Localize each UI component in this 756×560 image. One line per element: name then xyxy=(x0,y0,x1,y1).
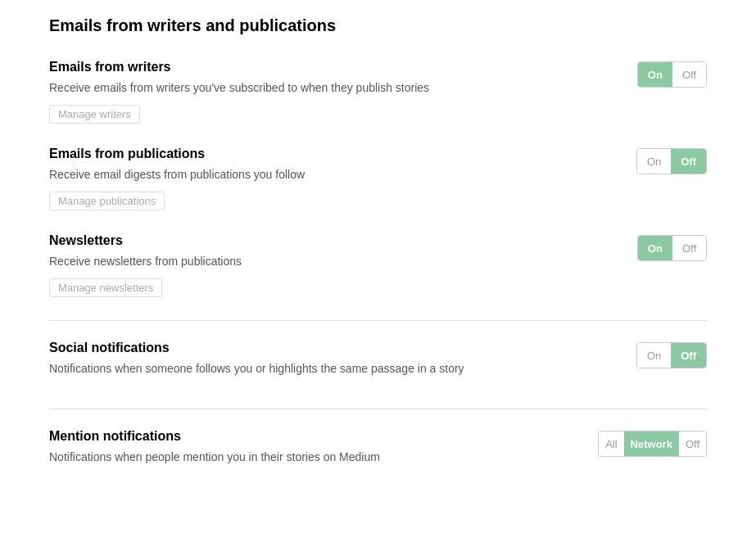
toggle-off-emails-from-publications[interactable]: Off xyxy=(671,149,706,174)
setting-desc-mention-notifications: Notifications when people mention you in… xyxy=(49,449,565,466)
manage-link-newsletters[interactable]: Manage newsletters xyxy=(49,278,162,297)
toggle-all-mention-notifications[interactable]: All xyxy=(599,431,623,456)
setting-emails-from-publications: Emails from publicationsReceive email di… xyxy=(49,147,707,210)
toggle-on-newsletters[interactable]: On xyxy=(638,236,672,260)
toggle-off-mention-notifications[interactable]: Off xyxy=(679,431,706,456)
setting-title-emails-from-publications: Emails from publications xyxy=(49,147,604,161)
toggle-off-newsletters[interactable]: Off xyxy=(672,236,706,260)
setting-title-social-notifications: Social notifications xyxy=(49,341,604,355)
toggle-newsletters: OnOff xyxy=(637,235,707,261)
setting-mention-notifications: Mention notificationsNotifications when … xyxy=(49,429,707,474)
setting-desc-emails-from-writers: Receive emails from writers you've subsc… xyxy=(49,79,604,97)
divider-2 xyxy=(49,409,707,409)
setting-newsletters: NewslettersReceive newsletters from publ… xyxy=(49,233,707,297)
toggle-network-mention-notifications[interactable]: Network xyxy=(624,431,679,456)
setting-title-emails-from-writers: Emails from writers xyxy=(49,60,604,75)
toggle-emails-from-publications: OnOff xyxy=(636,148,707,174)
toggle-emails-from-writers: OnOff xyxy=(637,61,707,88)
toggle-mention-notifications: AllNetworkOff xyxy=(598,431,707,457)
toggle-off-social-notifications[interactable]: Off xyxy=(671,343,706,368)
setting-desc-social-notifications: Notifications when someone follows you o… xyxy=(49,360,604,377)
section-title: Emails from writers and publications xyxy=(49,16,707,35)
setting-social-notifications: Social notificationsNotifications when s… xyxy=(49,341,707,386)
toggle-on-emails-from-publications[interactable]: On xyxy=(637,149,671,174)
divider-1 xyxy=(49,320,707,321)
manage-link-emails-from-publications[interactable]: Manage publications xyxy=(49,192,165,210)
setting-title-mention-notifications: Mention notifications xyxy=(49,429,565,444)
toggle-social-notifications: OnOff xyxy=(636,342,707,368)
manage-link-emails-from-writers[interactable]: Manage writers xyxy=(49,105,140,124)
toggle-on-emails-from-writers[interactable]: On xyxy=(638,62,672,87)
setting-desc-emails-from-publications: Receive email digests from publications … xyxy=(49,166,604,183)
toggle-off-emails-from-writers[interactable]: Off xyxy=(672,62,706,87)
toggle-on-social-notifications[interactable]: On xyxy=(637,343,671,368)
setting-desc-newsletters: Receive newsletters from publications xyxy=(49,253,604,270)
setting-title-newsletters: Newsletters xyxy=(49,233,604,248)
setting-emails-from-writers: Emails from writersReceive emails from w… xyxy=(49,60,707,124)
